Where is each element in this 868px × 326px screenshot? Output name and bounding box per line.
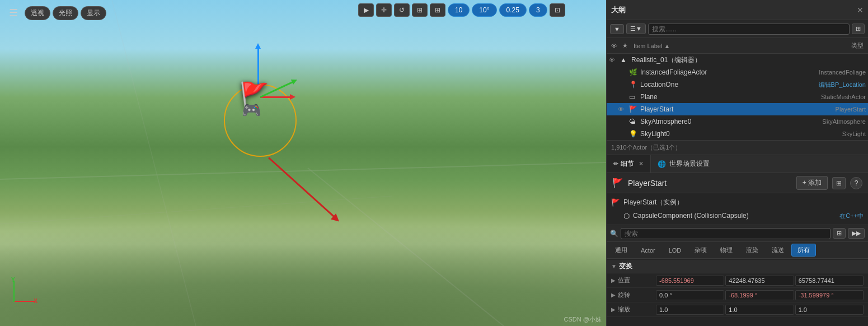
section-expand-icon: ▼: [611, 263, 617, 269]
scale-tool-button[interactable]: ⊞: [412, 3, 428, 17]
rotation-expand-icon[interactable]: ▶: [611, 292, 616, 298]
type-col-header: 类型: [774, 41, 864, 50]
translate-tool-button[interactable]: ✛: [376, 3, 392, 17]
vis-icon: 👁: [609, 57, 618, 63]
prop-tab-misc[interactable]: 杂项: [688, 244, 713, 257]
outline-search-input[interactable]: [648, 24, 850, 35]
angle-value-button[interactable]: 10°: [472, 3, 496, 17]
transform-section-header[interactable]: ▼ 变换: [607, 260, 868, 273]
rotation-y-value[interactable]: -68.1999 °: [725, 290, 794, 300]
details-search-input[interactable]: [621, 228, 831, 239]
location-label: ▶ 位置: [611, 276, 656, 285]
outline-item-selected[interactable]: 👁 🚩 PlayerStart PlayerStart: [607, 103, 868, 115]
outline-item[interactable]: 💡 SkyLight0 SkyLight: [607, 128, 868, 140]
section-title: 变换: [619, 262, 632, 271]
location-prop-row: ▶ 位置 -685.551969 42248.47635 65758.77441: [607, 273, 868, 288]
outline-header: 大纲 ✕: [607, 0, 868, 20]
location-expand-icon[interactable]: ▶: [611, 277, 616, 283]
details-search-bar: 🔍 ⊞ ▶▶: [607, 225, 868, 242]
terrain-overlay: [0, 0, 606, 326]
prop-tab-lod[interactable]: LOD: [663, 245, 688, 256]
outline-content[interactable]: 👁 ▲ Realistic_01（编辑器） 🌿 InstancedFoliage…: [607, 54, 868, 140]
outline-filter-button[interactable]: ▼: [610, 24, 624, 34]
select-tool-button[interactable]: ▶: [358, 3, 374, 17]
item-label: PlayerStart: [640, 105, 774, 113]
details-help-button[interactable]: ?: [850, 177, 862, 189]
vis-icon: 👁: [618, 106, 627, 113]
pencil-icon: ✏: [613, 160, 618, 167]
details-tab-world[interactable]: 🌐 世界场景设置: [651, 155, 716, 173]
viewport[interactable]: ☰ 透视 光照 显示 ▶ ✛ ↺ ⊞ ⊞ 10 10° 0.25 3 ⊡: [0, 0, 606, 326]
maximize-button[interactable]: ⊡: [550, 3, 565, 17]
outline-item[interactable]: 👁 ▲ Realistic_01（编辑器）: [607, 54, 868, 66]
prop-tab-streaming[interactable]: 流送: [766, 244, 790, 257]
rotation-x-value[interactable]: 0.0 °: [656, 290, 724, 300]
comp-item-capsule[interactable]: ⬡ CapsuleComponent (CollisionCapsule) 在C…: [607, 209, 868, 222]
outline-title: 大纲: [611, 5, 853, 15]
details-layout-button[interactable]: ⊞: [832, 177, 846, 189]
location-y-value[interactable]: 42248.47635: [725, 276, 794, 286]
scale-value-button[interactable]: 0.25: [499, 3, 527, 17]
scale-label-text: 缩放: [618, 305, 630, 314]
perspective-button[interactable]: 透视: [25, 6, 50, 20]
world-tab-label: 世界场景设置: [669, 159, 710, 169]
details-expand-button[interactable]: ▶▶: [848, 228, 865, 239]
scale-expand-icon[interactable]: ▶: [611, 306, 616, 313]
lighting-button[interactable]: 光照: [53, 6, 78, 20]
details-tabs: ✏ 细节 ✕ 🌐 世界场景设置: [607, 155, 868, 173]
item-type-icon: 🚩: [629, 105, 638, 113]
rotation-z-value[interactable]: -31.599979 °: [795, 290, 864, 300]
scale-values: 1.0 1.0 1.0: [656, 305, 864, 315]
outline-filter-button2[interactable]: ☰▼: [626, 24, 646, 34]
outline-columns: 👁 ★ Item Label ▲ 类型: [607, 38, 868, 54]
outline-panel: 大纲 ✕ ▼ ☰▼ ⊞ 👁 ★ Item Label ▲ 类型 👁 ▲ Real…: [607, 0, 868, 155]
watermark: CSDN @小妹: [564, 315, 602, 324]
item-type: StaticMeshActor: [776, 94, 866, 100]
rotation-label-text: 旋转: [618, 291, 630, 299]
prop-tab-general[interactable]: 通用: [609, 244, 634, 257]
details-tab-close[interactable]: ✕: [639, 160, 644, 167]
outline-item[interactable]: 🌤 SkyAtmosphere0 SkyAtmosphere: [607, 115, 868, 128]
scale-z-value[interactable]: 1.0: [795, 305, 864, 315]
prop-tab-all[interactable]: 所有: [791, 244, 816, 257]
scale-x-value[interactable]: 1.0: [656, 305, 724, 315]
world-grid-button[interactable]: ⊞: [430, 3, 445, 17]
outline-status: 1,910个Actor（已选1个）: [607, 140, 868, 155]
svg-line-1: [112, 0, 196, 326]
prop-tab-physics[interactable]: 物理: [714, 244, 739, 257]
cpp-link[interactable]: 在C++中: [839, 212, 864, 220]
grid-value-button[interactable]: 10: [448, 3, 470, 17]
location-values: -685.551969 42248.47635 65758.77441: [656, 276, 864, 286]
right-panel: 大纲 ✕ ▼ ☰▼ ⊞ 👁 ★ Item Label ▲ 类型 👁 ▲ Real…: [606, 0, 868, 326]
details-grid-button[interactable]: ⊞: [833, 228, 846, 239]
prop-tab-actor[interactable]: Actor: [635, 245, 661, 256]
show-button[interactable]: 显示: [81, 6, 106, 20]
scale-prop-row: ▶ 缩放 1.0 1.0 1.0: [607, 302, 868, 317]
menu-button[interactable]: ☰: [4, 4, 22, 21]
outline-item[interactable]: 📍 LocationOne 编辑BP_Location: [607, 78, 868, 91]
outline-add-button[interactable]: ⊞: [852, 24, 865, 34]
comp-item-root[interactable]: 🚩 PlayerStart（实例）: [607, 195, 868, 209]
globe-icon: 🌐: [658, 160, 666, 168]
prop-tab-render[interactable]: 渲染: [740, 244, 764, 257]
details-title: PlayerStart: [628, 179, 792, 188]
details-tab-label: 细节: [621, 159, 634, 169]
item-label: InstancedFoliageActor: [640, 68, 774, 76]
axes-indicator: X Y: [8, 276, 39, 306]
rotation-values: 0.0 ° -68.1999 ° -31.599979 °: [656, 290, 864, 300]
label-col-header: Item Label ▲: [634, 43, 774, 49]
camera-value-button[interactable]: 3: [529, 3, 547, 17]
item-label: Plane: [640, 93, 774, 101]
scale-y-value[interactable]: 1.0: [725, 305, 794, 315]
details-tab-details[interactable]: ✏ 细节 ✕: [607, 155, 651, 173]
location-x-value[interactable]: -685.551969: [656, 276, 724, 286]
outline-item[interactable]: ▭ Plane StaticMeshActor: [607, 91, 868, 103]
item-label: Realistic_01（编辑器）: [631, 55, 774, 65]
details-header: 🚩 PlayerStart + 添加 ⊞ ?: [607, 173, 868, 193]
outline-close-btn[interactable]: ✕: [857, 6, 864, 15]
rotate-tool-button[interactable]: ↺: [394, 3, 410, 17]
outline-item[interactable]: 🌿 InstancedFoliageActor InstancedFoliage: [607, 66, 868, 78]
location-z-value[interactable]: 65758.77441: [795, 276, 864, 286]
add-component-button[interactable]: + 添加: [796, 176, 828, 190]
location-label-text: 位置: [618, 276, 630, 285]
